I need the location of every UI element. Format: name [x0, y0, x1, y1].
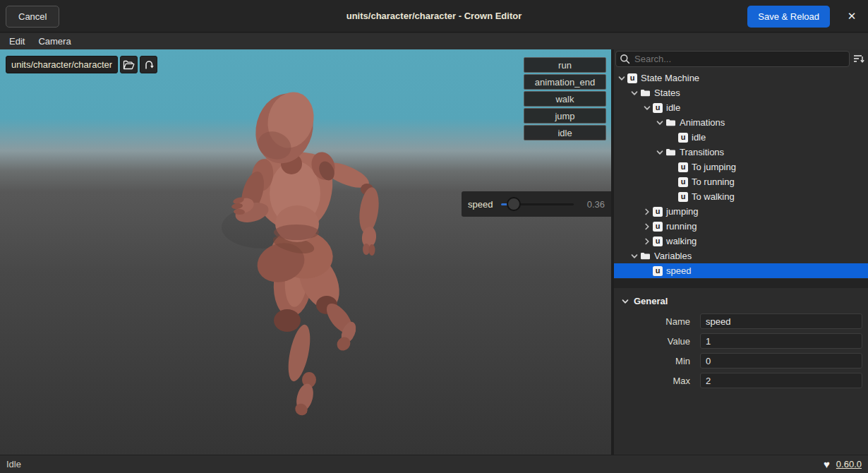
search-row [615, 51, 850, 67]
open-folder-button[interactable] [120, 56, 138, 73]
tree-item-label: running [666, 221, 697, 232]
event-button-jump[interactable]: jump [524, 108, 606, 124]
search-input[interactable] [615, 51, 850, 67]
tree-item-label: Variables [654, 251, 692, 261]
tree-item-running[interactable]: urunning [614, 219, 868, 234]
state-machine-panel: uState MachineStatesuidleAnimationsuidle… [614, 49, 868, 455]
statusbar: Idle ♥ 0.60.0 [0, 455, 868, 473]
character-mannequin [0, 49, 611, 455]
close-icon[interactable]: ✕ [843, 7, 861, 25]
property-row-value: Value [614, 333, 868, 349]
tree-item-label: speed [666, 265, 691, 276]
property-rows: NameValueMinMax [614, 309, 868, 388]
general-section-title: General [634, 296, 668, 306]
heart-icon[interactable]: ♥ [824, 459, 830, 469]
tree-item-states[interactable]: States [614, 85, 868, 100]
chevron-down-icon[interactable] [654, 119, 665, 127]
tree-item-to-jumping[interactable]: uTo jumping [614, 160, 868, 174]
property-label-min: Min [614, 356, 690, 366]
chevron-down-icon [621, 297, 629, 306]
chevron-down-icon[interactable] [641, 104, 653, 112]
properties-panel: General NameValueMinMax [614, 288, 868, 455]
menu-edit[interactable]: Edit [5, 36, 29, 47]
property-label-max: Max [614, 376, 690, 386]
tree-item-idle[interactable]: uidle [614, 100, 868, 115]
viewport-3d[interactable]: runanimation_endwalkjumpidle speed 0.36 [0, 49, 611, 455]
event-button-idle[interactable]: idle [524, 125, 606, 140]
tree-item-label: To walking [692, 191, 735, 202]
speed-slider[interactable] [501, 197, 574, 211]
unit-icon: u [678, 133, 688, 143]
speed-slider-panel: speed 0.36 [462, 191, 611, 217]
chevron-right-icon[interactable] [641, 237, 653, 246]
slider-label: speed [468, 199, 493, 210]
name-field[interactable] [700, 313, 862, 329]
chevron-down-icon[interactable] [654, 148, 665, 157]
panel-separator [614, 279, 868, 288]
min-field[interactable] [700, 353, 862, 369]
chevron-down-icon[interactable] [629, 89, 640, 97]
main-area: runanimation_endwalkjumpidle speed 0.36 [0, 49, 868, 455]
tree-item-to-walking[interactable]: uTo walking [614, 189, 868, 204]
sort-icon [852, 54, 865, 64]
event-button-walk[interactable]: walk [524, 91, 606, 107]
tree-item-label: Transitions [680, 147, 724, 157]
property-row-name: Name [614, 313, 868, 329]
tree-item-to-running[interactable]: uTo running [614, 174, 868, 189]
max-field[interactable] [700, 373, 862, 388]
tree-item-animations[interactable]: Animations [614, 115, 868, 130]
unit-icon: u [653, 207, 663, 217]
tree-item-label: idle [692, 132, 706, 143]
event-button-panel: runanimation_endwalkjumpidle [524, 57, 606, 140]
menubar: Edit Camera [0, 33, 868, 49]
tree-item-label: idle [666, 102, 680, 113]
value-field[interactable] [700, 333, 862, 349]
slider-value: 0.36 [579, 199, 605, 210]
event-button-run[interactable]: run [524, 57, 606, 73]
tree-item-transitions[interactable]: Transitions [614, 145, 868, 160]
chevron-down-icon[interactable] [616, 74, 627, 83]
tree-item-label: jumping [666, 206, 699, 217]
sort-button[interactable] [851, 52, 867, 66]
folder-icon [640, 251, 651, 261]
property-label-name: Name [614, 316, 690, 327]
unit-icon: u [678, 177, 688, 187]
resource-path-input[interactable] [6, 56, 118, 73]
open-folder-icon [123, 60, 135, 70]
tree-item-jumping[interactable]: ujumping [614, 204, 868, 219]
unit-icon: u [678, 162, 688, 172]
chevron-right-icon[interactable] [641, 208, 653, 216]
save-reload-button[interactable]: Save & Reload [747, 6, 830, 28]
tree-item-walking[interactable]: uwalking [614, 234, 868, 249]
folder-icon [665, 148, 676, 157]
general-section-header[interactable]: General [614, 288, 868, 309]
window-title: units/character/character - Crown Editor [346, 0, 522, 32]
chevron-down-icon[interactable] [629, 252, 640, 261]
tree-item-label: To jumping [692, 162, 736, 172]
cancel-button[interactable]: Cancel [6, 6, 59, 28]
version-link[interactable]: 0.60.0 [836, 459, 862, 469]
slider-knob[interactable] [507, 197, 521, 211]
unit-icon: u [678, 192, 688, 202]
folder-icon [665, 118, 676, 128]
menu-camera[interactable]: Camera [34, 36, 75, 47]
folder-icon [640, 88, 651, 98]
statusbar-right: ♥ 0.60.0 [824, 459, 862, 469]
tree-item-variables[interactable]: Variables [614, 249, 868, 263]
tree-item-idle[interactable]: uidle [614, 130, 868, 145]
property-row-max: Max [614, 373, 868, 388]
property-label-value: Value [614, 336, 690, 347]
unit-icon: u [653, 103, 663, 113]
tree-item-label: To running [692, 176, 735, 187]
chevron-right-icon[interactable] [641, 222, 653, 231]
status-text: Idle [6, 459, 21, 469]
unit-icon: u [653, 236, 663, 246]
reload-unit-button[interactable] [140, 56, 157, 73]
state-tree: uState MachineStatesuidleAnimationsuidle… [614, 71, 868, 278]
unit-icon: u [653, 222, 663, 232]
tree-item-speed[interactable]: uspeed [614, 263, 868, 278]
tree-item-label: walking [666, 236, 697, 246]
tree-item-state-machine[interactable]: uState Machine [614, 71, 868, 85]
event-button-animation_end[interactable]: animation_end [524, 74, 606, 90]
unit-icon: u [653, 266, 663, 276]
